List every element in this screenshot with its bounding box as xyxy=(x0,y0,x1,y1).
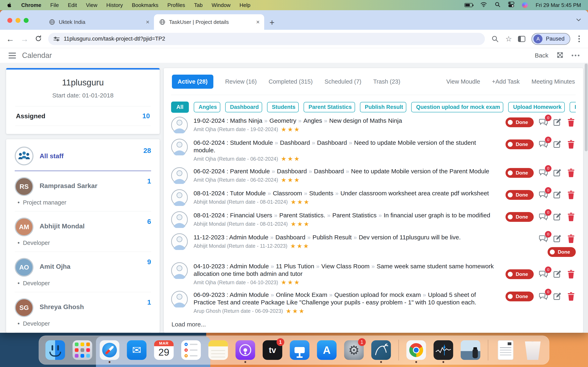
dock-chrome-icon[interactable] xyxy=(406,340,426,360)
dock-calendar-icon[interactable]: MAR 29 xyxy=(154,340,174,360)
hamburger-menu-icon[interactable] xyxy=(9,53,16,58)
wifi-icon[interactable] xyxy=(480,2,487,8)
task-title[interactable]: 06-02-2024 : Student Module»Dashboard»Da… xyxy=(194,139,495,154)
filter-chip[interactable]: Question upload for mock exam xyxy=(411,102,503,112)
dock-mysql-workbench-icon[interactable] xyxy=(371,340,391,360)
comments-icon[interactable]: 0 xyxy=(539,212,548,222)
close-tab-icon[interactable]: × xyxy=(256,19,260,25)
tab-taskuser-project-details[interactable]: TaskUser | Project details × xyxy=(154,14,264,30)
task-title[interactable]: 19-02-2024 : Maths Ninja»Geometry»Angles… xyxy=(194,117,495,125)
reload-icon[interactable] xyxy=(35,35,42,43)
done-button[interactable]: Done xyxy=(506,190,534,200)
menu-item-edit[interactable]: Edit xyxy=(68,2,77,8)
meeting-minutes-link[interactable]: Meeting Minutes xyxy=(531,78,575,85)
load-more-link[interactable]: Load more... xyxy=(171,317,576,333)
task-title[interactable]: 06-09-2023 : Admin Module»Online Mock Ex… xyxy=(194,291,495,306)
delete-trash-icon[interactable] xyxy=(566,234,576,243)
tab-scheduled[interactable]: Scheduled (7) xyxy=(324,78,361,85)
comments-icon[interactable]: 0 xyxy=(539,269,548,279)
filter-chip[interactable]: Publish Result xyxy=(360,102,406,112)
forward-nav-icon[interactable]: → xyxy=(20,35,29,43)
expand-icon[interactable] xyxy=(557,52,563,59)
page-more-options-icon[interactable] xyxy=(572,55,579,56)
edit-icon[interactable] xyxy=(553,212,562,222)
back-button[interactable]: Back xyxy=(535,52,548,59)
menu-item-bookmarks[interactable]: Bookmarks xyxy=(132,2,158,8)
control-center-icon[interactable] xyxy=(508,2,514,9)
dock-podcasts-icon[interactable] xyxy=(236,340,255,360)
edit-icon[interactable] xyxy=(553,118,562,127)
comments-icon[interactable]: 0 xyxy=(539,168,548,178)
menu-bar-clock[interactable]: Fri 29 Mar 5:45 PM xyxy=(536,2,581,8)
done-button[interactable]: Done xyxy=(506,212,534,222)
menu-item-profiles[interactable]: Profiles xyxy=(167,2,185,8)
menu-item-view[interactable]: View xyxy=(86,2,97,8)
delete-trash-icon[interactable] xyxy=(566,118,576,127)
add-task-link[interactable]: +Add Task xyxy=(492,78,520,85)
dock-app-store-icon[interactable]: A xyxy=(317,340,337,360)
delete-trash-icon[interactable] xyxy=(566,212,576,222)
tab-review[interactable]: Review (16) xyxy=(225,78,257,85)
dock-activity-monitor-icon[interactable] xyxy=(434,340,453,360)
address-bar[interactable]: 11plusguru.com/task-project-dtl?pjid=TP2 xyxy=(48,33,485,45)
spotlight-icon[interactable] xyxy=(495,2,501,9)
staff-row[interactable]: AO Amit Ojha 9 • Developer xyxy=(15,252,151,292)
sidebar-item-all-staff[interactable]: All staff 28 xyxy=(15,141,151,171)
filter-chip[interactable]: Dashboard xyxy=(570,102,576,112)
task-title[interactable]: 08-01-2024 : Financial Users»Parent Stat… xyxy=(194,212,495,219)
task-title[interactable]: 08-01-2024 : Tutor Module»Classroom»Stud… xyxy=(194,190,495,197)
staff-row[interactable]: AG Arup Ghosh 6 • System integrator xyxy=(15,333,151,333)
view-moudle-link[interactable]: View Moudle xyxy=(446,78,480,85)
task-title[interactable]: 06-02-2024 : Parent Module»Dashboard»Das… xyxy=(194,167,495,175)
tab-uktek-india[interactable]: Uktek India × xyxy=(44,14,154,30)
staff-row[interactable]: RS Ramprasad Sarkar 1 • Project manager xyxy=(15,171,151,211)
filter-chip[interactable]: Angles xyxy=(194,102,220,112)
dock-system-settings-icon[interactable]: ⚙1 xyxy=(344,340,364,360)
menu-item-chrome[interactable]: Chrome xyxy=(21,2,41,8)
fullscreen-window-button[interactable] xyxy=(24,18,29,23)
close-window-button[interactable] xyxy=(7,18,12,23)
filter-chip[interactable]: Parent Statistics xyxy=(303,102,355,112)
browser-menu-kebab-icon[interactable] xyxy=(576,35,582,42)
battery-icon[interactable] xyxy=(465,3,473,7)
staff-row[interactable]: AM Abhijit Mondal 6 • Developer xyxy=(15,211,151,252)
dock-safari-icon[interactable] xyxy=(100,340,120,360)
edit-icon[interactable] xyxy=(553,269,562,279)
dock-document-file-icon[interactable] xyxy=(498,340,513,360)
filter-chip[interactable]: Dashboard xyxy=(225,102,262,112)
task-title[interactable]: 04-10-2023 : Admin Module»11 Plus Tution… xyxy=(194,263,495,277)
dock-mail-icon[interactable]: ✉ xyxy=(127,340,147,360)
delete-trash-icon[interactable] xyxy=(566,140,576,149)
edit-icon[interactable] xyxy=(553,190,562,200)
done-button[interactable]: Done xyxy=(506,140,534,149)
close-tab-icon[interactable]: × xyxy=(146,19,149,25)
window-controls[interactable] xyxy=(7,18,29,23)
back-nav-icon[interactable]: ← xyxy=(6,35,14,43)
done-button[interactable]: Done xyxy=(506,117,534,127)
delete-trash-icon[interactable] xyxy=(566,269,576,279)
profile-pill[interactable]: A Paused xyxy=(531,33,570,45)
menu-item-history[interactable]: History xyxy=(106,2,123,8)
done-button[interactable]: Done xyxy=(506,168,534,178)
menu-item-tab[interactable]: Tab xyxy=(194,2,203,8)
menu-item-file[interactable]: File xyxy=(50,2,59,8)
edit-icon[interactable] xyxy=(553,234,562,243)
done-button[interactable]: Done xyxy=(506,269,534,279)
dock-apple-tv-icon[interactable]: tv1 xyxy=(263,340,282,360)
tab-search-chevron-icon[interactable] xyxy=(575,16,583,24)
delete-trash-icon[interactable] xyxy=(566,292,576,301)
comments-icon[interactable]: 0 xyxy=(539,118,548,127)
dock-launchpad-icon[interactable] xyxy=(73,340,92,360)
siri-icon[interactable] xyxy=(522,2,528,8)
apple-logo-icon[interactable] xyxy=(7,2,12,8)
filter-chip[interactable]: Upload Homework xyxy=(508,102,565,112)
zoom-indicator-icon[interactable] xyxy=(491,35,499,43)
dock-reminders-icon[interactable] xyxy=(181,340,201,360)
delete-trash-icon[interactable] xyxy=(566,168,576,178)
dock-trash-icon[interactable] xyxy=(523,340,543,360)
minimize-window-button[interactable] xyxy=(16,18,20,23)
tab-completed[interactable]: Completed (315) xyxy=(268,78,312,85)
dock-finder-icon[interactable] xyxy=(45,340,65,360)
edit-icon[interactable] xyxy=(553,168,562,178)
side-panel-icon[interactable] xyxy=(518,36,525,42)
